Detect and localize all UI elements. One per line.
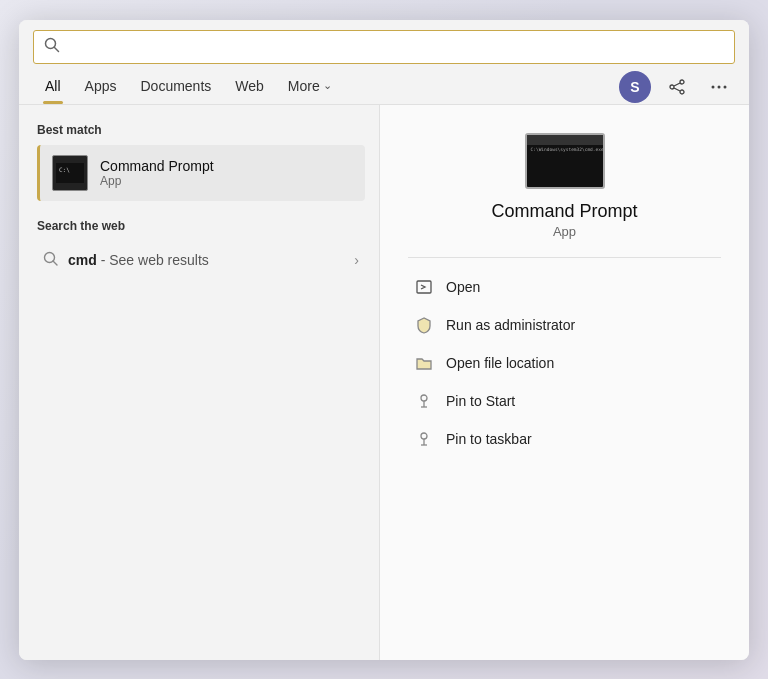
svg-point-7 [712,85,715,88]
action-pin-taskbar[interactable]: Pin to taskbar [408,420,721,458]
app-preview-type: App [553,224,576,239]
pin-start-icon [414,391,434,411]
svg-point-16 [421,433,427,439]
search-panel: cmd All Apps Documents Web More ⌄ S [19,20,749,660]
svg-point-9 [724,85,727,88]
svg-point-2 [680,80,684,84]
open-location-label: Open file location [446,355,554,371]
svg-line-11 [53,261,57,265]
search-bar: cmd [33,30,735,64]
left-panel: Best match Command Prompt App Search the… [19,105,379,660]
web-search-icon [43,251,58,269]
shield-icon [414,315,434,335]
run-admin-label: Run as administrator [446,317,575,333]
pin-taskbar-label: Pin to taskbar [446,431,532,447]
tab-web[interactable]: Web [223,70,276,104]
action-open-location[interactable]: Open file location [408,344,721,382]
best-match-text: Command Prompt App [100,158,214,188]
svg-line-6 [674,88,680,91]
open-icon [414,277,434,297]
app-preview-icon [525,133,605,189]
svg-line-5 [674,83,680,86]
search-web-title: Search the web [37,219,365,233]
share-icon-button[interactable] [661,71,693,103]
cmd-app-icon [52,155,88,191]
pin-taskbar-icon [414,429,434,449]
pin-start-label: Pin to Start [446,393,515,409]
folder-icon [414,353,434,373]
web-search-text: cmd - See web results [68,252,209,268]
app-preview: Command Prompt App [408,133,721,258]
tab-documents[interactable]: Documents [128,70,223,104]
action-pin-start[interactable]: Pin to Start [408,382,721,420]
chevron-right-icon: › [354,252,359,268]
best-match-type: App [100,174,214,188]
action-list: Open Run as administrator [408,268,721,458]
right-panel: Command Prompt App Open [379,105,749,660]
web-search-item[interactable]: cmd - See web results › [37,243,365,277]
search-input[interactable]: cmd [68,38,724,55]
tabs-row: All Apps Documents Web More ⌄ S [19,70,749,105]
open-label: Open [446,279,480,295]
svg-point-13 [421,395,427,401]
best-match-title: Best match [37,123,365,137]
action-run-admin[interactable]: Run as administrator [408,306,721,344]
svg-point-4 [680,90,684,94]
chevron-down-icon: ⌄ [323,79,332,92]
tabs-icons: S [619,71,735,103]
search-icon [44,37,60,57]
tab-apps[interactable]: Apps [73,70,129,104]
more-options-button[interactable] [703,71,735,103]
svg-point-8 [718,85,721,88]
tab-all[interactable]: All [33,70,73,104]
best-match-item[interactable]: Command Prompt App [37,145,365,201]
main-content: Best match Command Prompt App Search the… [19,105,749,660]
tab-more[interactable]: More ⌄ [276,70,344,104]
user-avatar-button[interactable]: S [619,71,651,103]
search-bar-row: cmd [19,20,749,70]
action-open[interactable]: Open [408,268,721,306]
svg-point-3 [670,85,674,89]
svg-line-1 [55,47,59,51]
best-match-name: Command Prompt [100,158,214,174]
app-preview-name: Command Prompt [491,201,637,222]
